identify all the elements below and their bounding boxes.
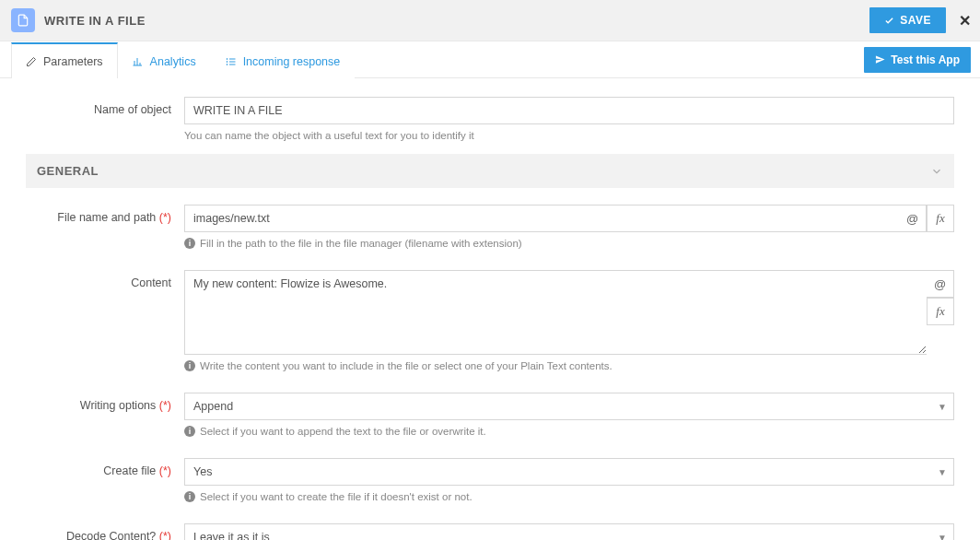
header-right: SAVE ✕ xyxy=(869,7,971,33)
label-decode: Decode Content? xyxy=(66,530,156,540)
test-app-label: Test this App xyxy=(891,53,960,66)
test-app-button[interactable]: Test this App xyxy=(864,47,971,73)
save-button-label: SAVE xyxy=(900,14,931,27)
help-name: You can name the object with a useful te… xyxy=(184,130,954,141)
create-select[interactable]: Yes xyxy=(184,458,954,486)
help-filepath: i Fill in the path to the file in the fi… xyxy=(184,238,954,249)
row-decode: Decode Content? (*) Leave it as it is ▼ … xyxy=(26,523,954,540)
required-mark: (*) xyxy=(159,530,171,540)
label-content: Content xyxy=(131,276,171,289)
writing-select[interactable]: Append xyxy=(184,393,954,420)
chevron-down-icon[interactable] xyxy=(930,165,943,178)
tab-incoming-label: Incoming response xyxy=(243,55,341,68)
info-icon: i xyxy=(184,360,195,371)
check-icon xyxy=(884,16,894,26)
pencil-icon xyxy=(26,56,37,67)
plane-icon xyxy=(875,54,885,65)
header: WRITE IN A FILE SAVE ✕ xyxy=(0,0,980,41)
fx-addon[interactable]: fx xyxy=(927,205,954,232)
info-icon: i xyxy=(184,491,195,502)
header-left: WRITE IN A FILE xyxy=(11,8,146,32)
filepath-input[interactable] xyxy=(184,205,899,232)
row-filepath: File name and path (*) @ fx i Fill in th… xyxy=(26,205,954,249)
tabs-row: Parameters Analytics Incoming response T… xyxy=(0,41,980,78)
tab-analytics-label: Analytics xyxy=(150,55,196,68)
required-mark: (*) xyxy=(159,211,171,224)
help-create: i Select if you want to create the file … xyxy=(184,491,954,502)
row-content: Content @ fx i Write the content you wan… xyxy=(26,270,954,371)
tab-parameters-label: Parameters xyxy=(43,55,103,68)
label-filepath: File name and path xyxy=(57,211,156,224)
content-textarea[interactable] xyxy=(184,270,927,355)
app-icon xyxy=(11,8,35,32)
info-icon: i xyxy=(184,426,195,437)
fx-addon[interactable]: fx xyxy=(927,298,954,325)
save-button[interactable]: SAVE xyxy=(869,7,946,33)
label-name: Name of object xyxy=(26,97,184,116)
row-create: Create file (*) Yes ▼ i Select if you wa… xyxy=(26,458,954,502)
name-input[interactable] xyxy=(184,97,954,124)
help-content: i Write the content you want to include … xyxy=(184,360,954,371)
bar-chart-icon xyxy=(133,56,144,67)
required-mark: (*) xyxy=(159,399,171,412)
page-title: WRITE IN A FILE xyxy=(44,14,146,28)
section-general-title: GENERAL xyxy=(37,164,99,178)
required-mark: (*) xyxy=(159,464,171,477)
row-writing: Writing options (*) Append ▼ i Select if… xyxy=(26,393,954,437)
info-icon: i xyxy=(184,238,195,249)
tab-analytics[interactable]: Analytics xyxy=(118,42,211,78)
label-writing: Writing options xyxy=(80,399,156,412)
decode-select[interactable]: Leave it as it is xyxy=(184,523,954,540)
tab-incoming[interactable]: Incoming response xyxy=(211,42,356,78)
svg-point-8 xyxy=(227,62,228,63)
help-writing: i Select if you want to append the text … xyxy=(184,426,954,437)
tabs: Parameters Analytics Incoming response xyxy=(0,41,355,77)
svg-point-9 xyxy=(227,65,228,65)
close-icon[interactable]: ✕ xyxy=(959,12,971,29)
at-addon[interactable]: @ xyxy=(899,205,927,232)
section-general: GENERAL xyxy=(26,154,954,188)
svg-point-7 xyxy=(227,59,228,60)
list-icon xyxy=(226,56,237,67)
content: Name of object You can name the object w… xyxy=(0,78,980,540)
label-create: Create file xyxy=(103,464,156,477)
at-addon[interactable]: @ xyxy=(927,270,954,298)
row-name: Name of object You can name the object w… xyxy=(26,97,954,141)
tab-parameters[interactable]: Parameters xyxy=(11,42,118,78)
